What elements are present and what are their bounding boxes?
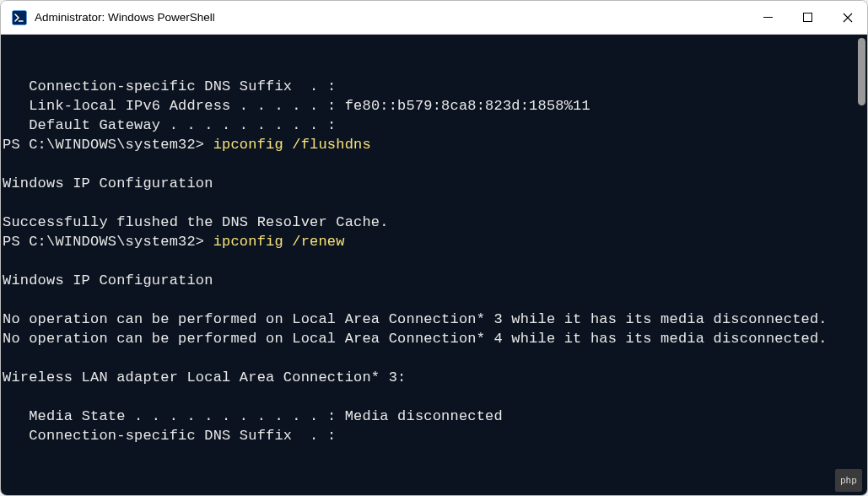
terminal-line: No operation can be performed on Local A… <box>3 310 867 329</box>
scrollbar-track[interactable] <box>854 38 865 492</box>
terminal-line: Windows IP Configuration <box>3 174 867 193</box>
terminal-line: Windows IP Configuration <box>3 271 867 290</box>
command-text: ipconfig /renew <box>213 234 345 250</box>
titlebar[interactable]: Administrator: Windows PowerShell <box>1 1 867 35</box>
prompt-text: PS C:\WINDOWS\system32> <box>3 137 213 153</box>
terminal-line <box>3 290 867 310</box>
terminal-line <box>3 387 867 407</box>
powershell-icon <box>11 9 28 26</box>
minimize-button[interactable] <box>748 1 788 34</box>
terminal-line <box>3 193 867 213</box>
scrollbar[interactable] <box>854 38 865 492</box>
maximize-button[interactable] <box>788 1 828 34</box>
close-button[interactable] <box>828 1 867 34</box>
powershell-window: Administrator: Windows PowerShell Connec… <box>0 0 868 496</box>
terminal-line: PS C:\WINDOWS\system32> ipconfig /renew <box>3 232 867 251</box>
command-text: ipconfig /flushdns <box>213 137 371 153</box>
terminal-line: PS C:\WINDOWS\system32> ipconfig /flushd… <box>3 135 867 154</box>
window-title: Administrator: Windows PowerShell <box>35 11 748 24</box>
terminal-output[interactable]: Connection-specific DNS Suffix . : Link-… <box>1 35 867 495</box>
terminal-line: Connection-specific DNS Suffix . : <box>3 426 867 445</box>
terminal-line <box>3 154 867 174</box>
terminal-line: No operation can be performed on Local A… <box>3 329 867 348</box>
watermark-badge: php <box>835 469 862 492</box>
terminal-line <box>3 251 867 271</box>
prompt-text: PS C:\WINDOWS\system32> <box>3 234 213 250</box>
terminal-line: Default Gateway . . . . . . . . . : <box>3 116 867 135</box>
terminal-line: Link-local IPv6 Address . . . . . : fe80… <box>3 96 867 116</box>
scrollbar-thumb[interactable] <box>858 38 865 105</box>
terminal-line: Media State . . . . . . . . . . . : Medi… <box>3 407 867 426</box>
terminal-line: Successfully flushed the DNS Resolver Ca… <box>3 213 867 232</box>
terminal-line: Wireless LAN adapter Local Area Connecti… <box>3 368 867 387</box>
terminal-line <box>3 348 867 368</box>
svg-rect-3 <box>804 13 812 22</box>
svg-rect-0 <box>13 10 27 24</box>
window-controls <box>748 1 867 34</box>
terminal-line: Connection-specific DNS Suffix . : <box>3 77 867 96</box>
